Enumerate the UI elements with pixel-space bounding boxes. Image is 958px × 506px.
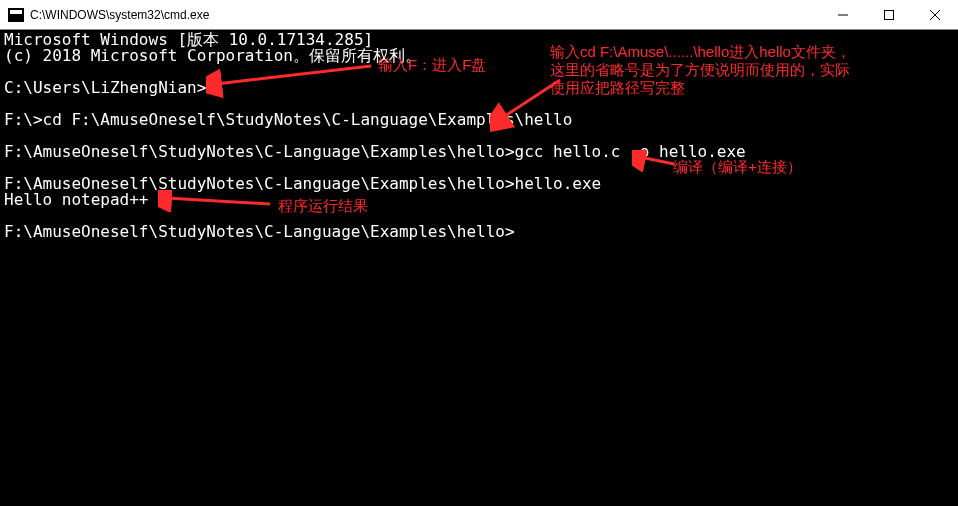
close-button[interactable] [912, 0, 958, 29]
svg-rect-1 [885, 10, 894, 19]
window-controls [820, 0, 958, 29]
minimize-button[interactable] [820, 0, 866, 29]
console-line: F:\AmuseOneself\StudyNotes\C-Language\Ex… [4, 142, 746, 161]
console-output[interactable]: Microsoft Windows [版本 10.0.17134.285] (c… [0, 30, 958, 242]
console-line: F:\AmuseOneself\StudyNotes\C-Language\Ex… [4, 222, 515, 241]
cmd-window: C:\WINDOWS\system32\cmd.exe Microsoft Wi… [0, 0, 958, 506]
console-line: Hello notepad++ [4, 190, 149, 209]
maximize-button[interactable] [866, 0, 912, 29]
console-line: F:\>cd F:\AmuseOneself\StudyNotes\C-Lang… [4, 110, 572, 129]
window-title: C:\WINDOWS\system32\cmd.exe [30, 8, 820, 22]
console-line: (c) 2018 Microsoft Corporation。保留所有权利。 [4, 46, 421, 65]
console-line: C:\Users\LiZhengNian>F: [4, 78, 226, 97]
cmd-icon [8, 8, 24, 22]
titlebar[interactable]: C:\WINDOWS\system32\cmd.exe [0, 0, 958, 30]
